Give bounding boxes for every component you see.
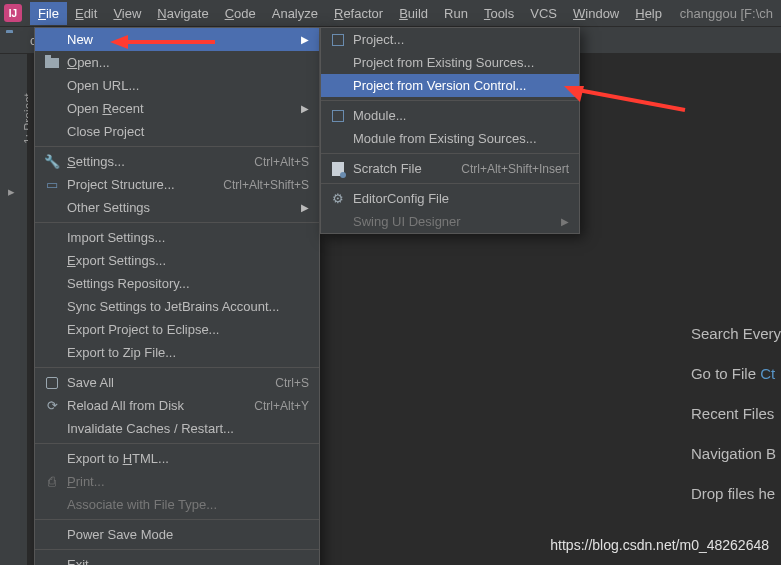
menu-view[interactable]: View: [105, 2, 149, 25]
menu-item-label: Export to HTML...: [67, 451, 309, 466]
menu-window[interactable]: Window: [565, 2, 627, 25]
file-menu-open-url[interactable]: Open URL...: [35, 74, 319, 97]
hint-nav-bar: Navigation B: [691, 434, 781, 474]
new-menu-scratch-file[interactable]: Scratch FileCtrl+Alt+Shift+Insert: [321, 157, 579, 180]
print-icon: ⎙: [43, 474, 61, 489]
menu-item-label: Reload All from Disk: [67, 398, 254, 413]
hint-drop-files: Drop files he: [691, 474, 781, 514]
box-icon: [329, 110, 347, 122]
submenu-arrow-icon: ▶: [301, 34, 309, 45]
struct-icon: ▭: [43, 177, 61, 192]
separator: [35, 549, 319, 550]
menu-tools[interactable]: Tools: [476, 2, 522, 25]
menu-item-label: Project Structure...: [67, 177, 223, 192]
shortcut-label: Ctrl+S: [275, 376, 309, 390]
new-menu-project-from-existing-sources[interactable]: Project from Existing Sources...: [321, 51, 579, 74]
menu-vcs[interactable]: VCS: [522, 2, 565, 25]
menu-help[interactable]: Help: [627, 2, 670, 25]
menu-item-label: Settings...: [67, 154, 254, 169]
menu-bar: IJ FileEditViewNavigateCodeAnalyzeRefact…: [0, 0, 781, 27]
menu-item-label: Sync Settings to JetBrains Account...: [67, 299, 309, 314]
menu-item-label: Print...: [67, 474, 309, 489]
menu-code[interactable]: Code: [217, 2, 264, 25]
menu-item-label: Close Project: [67, 124, 309, 139]
menu-refactor[interactable]: Refactor: [326, 2, 391, 25]
menu-item-label: Project...: [353, 32, 569, 47]
new-menu-module[interactable]: Module...: [321, 104, 579, 127]
new-menu-swing-ui-designer: Swing UI Designer▶: [321, 210, 579, 233]
file-menu-export-project-to-eclipse[interactable]: Export Project to Eclipse...: [35, 318, 319, 341]
file-menu-reload-all-from-disk[interactable]: ⟳Reload All from DiskCtrl+Alt+Y: [35, 394, 319, 417]
menu-item-label: Module from Existing Sources...: [353, 131, 569, 146]
file-menu-export-to-html[interactable]: Export to HTML...: [35, 447, 319, 470]
file-menu-associate-with-file-type: Associate with File Type...: [35, 493, 319, 516]
separator: [35, 443, 319, 444]
project-folder-icon: [6, 31, 24, 49]
tool-window-bar-left: 1: Project ▸: [0, 54, 28, 565]
file-menu-sync-settings-to-jetbrains-account[interactable]: Sync Settings to JetBrains Account...: [35, 295, 319, 318]
file-menu-new[interactable]: New▶: [35, 28, 319, 51]
new-menu-project[interactable]: Project...: [321, 28, 579, 51]
watermark-text: https://blog.csdn.net/m0_48262648: [550, 537, 769, 553]
menu-analyze[interactable]: Analyze: [264, 2, 326, 25]
file-menu-dropdown: New▶Open...Open URL...Open Recent▶Close …: [34, 27, 320, 565]
file-menu-invalidate-caches-restart[interactable]: Invalidate Caches / Restart...: [35, 417, 319, 440]
hint-go-to-file: Go to File Ct: [691, 354, 781, 394]
separator: [321, 100, 579, 101]
submenu-arrow-icon: ▶: [301, 202, 309, 213]
file-menu-import-settings[interactable]: Import Settings...: [35, 226, 319, 249]
separator: [35, 222, 319, 223]
file-menu-open[interactable]: Open...: [35, 51, 319, 74]
file-menu-settings[interactable]: 🔧Settings...Ctrl+Alt+S: [35, 150, 319, 173]
menu-item-label: EditorConfig File: [353, 191, 569, 206]
shortcut-label: Ctrl+Alt+Y: [254, 399, 309, 413]
file-menu-exit[interactable]: Exit: [35, 553, 319, 565]
menu-item-label: Import Settings...: [67, 230, 309, 245]
file-menu-save-all[interactable]: Save AllCtrl+S: [35, 371, 319, 394]
new-menu-project-from-version-control[interactable]: Project from Version Control...: [321, 74, 579, 97]
file-menu-print: ⎙Print...: [35, 470, 319, 493]
menu-run[interactable]: Run: [436, 2, 476, 25]
menu-file[interactable]: File: [30, 2, 67, 25]
hint-recent-files: Recent Files: [691, 394, 781, 434]
project-path-label: changgou [F:\ch: [680, 6, 777, 21]
new-menu-module-from-existing-sources[interactable]: Module from Existing Sources...: [321, 127, 579, 150]
shortcut-label: Ctrl+Alt+Shift+S: [223, 178, 309, 192]
submenu-arrow-icon: ▶: [561, 216, 569, 227]
separator: [35, 146, 319, 147]
shortcut-label: Ctrl+Alt+Shift+Insert: [461, 162, 569, 176]
menu-edit[interactable]: Edit: [67, 2, 105, 25]
box-icon: [329, 34, 347, 46]
menu-item-label: Open URL...: [67, 78, 309, 93]
menu-build[interactable]: Build: [391, 2, 436, 25]
file-menu-project-structure[interactable]: ▭Project Structure...Ctrl+Alt+Shift+S: [35, 173, 319, 196]
gear-icon: ⚙: [329, 191, 347, 206]
wrench-icon: 🔧: [43, 154, 61, 169]
file-menu-export-to-zip-file[interactable]: Export to Zip File...: [35, 341, 319, 364]
menu-item-label: Module...: [353, 108, 569, 123]
menu-item-label: Settings Repository...: [67, 276, 309, 291]
new-submenu-dropdown: Project...Project from Existing Sources.…: [320, 27, 580, 234]
file-menu-open-recent[interactable]: Open Recent▶: [35, 97, 319, 120]
menu-item-label: Associate with File Type...: [67, 497, 309, 512]
menu-item-label: Project from Version Control...: [353, 78, 569, 93]
file-menu-settings-repository[interactable]: Settings Repository...: [35, 272, 319, 295]
file-menu-other-settings[interactable]: Other Settings▶: [35, 196, 319, 219]
menu-navigate[interactable]: Navigate: [149, 2, 216, 25]
file-menu-power-save-mode[interactable]: Power Save Mode: [35, 523, 319, 546]
file-menu-export-settings[interactable]: Export Settings...: [35, 249, 319, 272]
shortcut-label: Ctrl+Alt+S: [254, 155, 309, 169]
app-icon: IJ: [4, 4, 22, 22]
folder-open-icon: [43, 58, 61, 68]
file-menu-close-project[interactable]: Close Project: [35, 120, 319, 143]
new-menu-editorconfig-file[interactable]: ⚙EditorConfig File: [321, 187, 579, 210]
menu-item-label: Swing UI Designer: [353, 214, 561, 229]
menu-item-label: Save All: [67, 375, 275, 390]
menu-item-label: Open...: [67, 55, 309, 70]
menu-item-label: Power Save Mode: [67, 527, 309, 542]
separator: [321, 153, 579, 154]
collapse-arrow-icon[interactable]: ▸: [8, 184, 15, 199]
menu-item-label: Exit: [67, 557, 309, 565]
separator: [321, 183, 579, 184]
menu-item-label: Invalidate Caches / Restart...: [67, 421, 309, 436]
